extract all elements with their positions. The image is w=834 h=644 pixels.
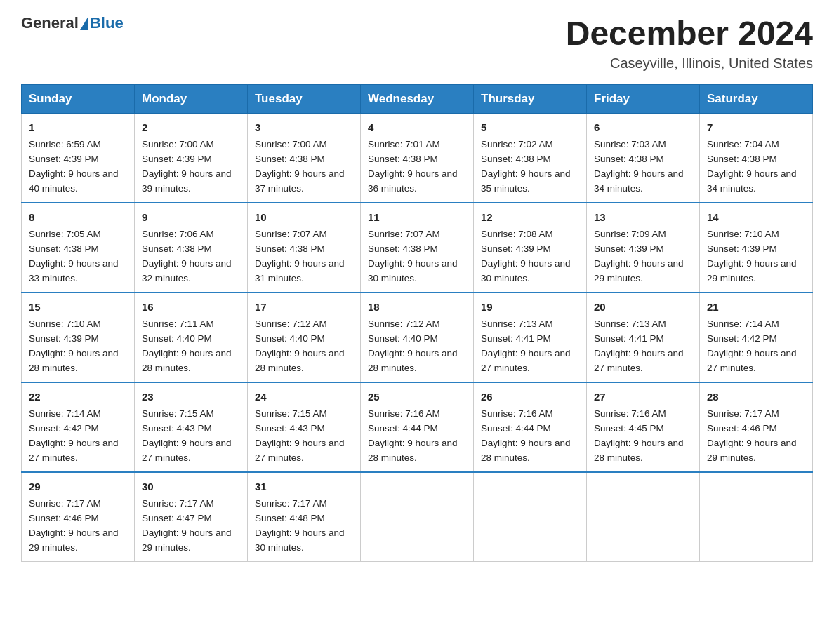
calendar-day-cell: 4 Sunrise: 7:01 AM Sunset: 4:38 PM Dayli… [361, 114, 474, 203]
calendar-day-cell: 20 Sunrise: 7:13 AM Sunset: 4:41 PM Dayl… [587, 293, 700, 382]
sunrise-text: Sunrise: 7:16 AM [368, 408, 440, 419]
calendar-week-row: 29 Sunrise: 7:17 AM Sunset: 4:46 PM Dayl… [22, 472, 813, 561]
day-number: 9 [142, 209, 240, 225]
calendar-day-cell: 31 Sunrise: 7:17 AM Sunset: 4:48 PM Dayl… [248, 472, 361, 561]
sunset-text: Sunset: 4:44 PM [481, 423, 551, 434]
day-number: 11 [368, 209, 466, 225]
daylight-text: Daylight: 9 hours and 29 minutes. [29, 528, 119, 553]
calendar-day-cell [361, 472, 474, 561]
logo: General Blue [21, 14, 124, 32]
calendar-day-cell: 26 Sunrise: 7:16 AM Sunset: 4:44 PM Dayl… [474, 382, 587, 472]
page-header: General Blue December 2024 Caseyville, I… [21, 14, 813, 72]
sunset-text: Sunset: 4:46 PM [707, 423, 777, 434]
sunrise-text: Sunrise: 7:17 AM [255, 498, 327, 509]
day-number: 31 [255, 478, 353, 495]
sunrise-text: Sunrise: 6:59 AM [29, 139, 101, 149]
calendar-day-cell: 30 Sunrise: 7:17 AM Sunset: 4:47 PM Dayl… [135, 472, 248, 561]
calendar-day-cell [700, 472, 813, 561]
sunset-text: Sunset: 4:38 PM [481, 154, 551, 164]
sunset-text: Sunset: 4:40 PM [255, 333, 325, 344]
sunset-text: Sunset: 4:45 PM [594, 423, 664, 434]
calendar-table: SundayMondayTuesdayWednesdayThursdayFrid… [21, 84, 813, 562]
sunset-text: Sunset: 4:44 PM [368, 423, 438, 434]
daylight-text: Daylight: 9 hours and 33 minutes. [29, 258, 119, 283]
sunset-text: Sunset: 4:38 PM [594, 154, 664, 164]
sunset-text: Sunset: 4:39 PM [481, 243, 551, 254]
sunset-text: Sunset: 4:41 PM [594, 333, 664, 344]
day-number: 7 [707, 119, 805, 135]
title-block: December 2024 Caseyville, Illinois, Unit… [566, 14, 813, 72]
sunrise-text: Sunrise: 7:00 AM [142, 139, 214, 149]
sunset-text: Sunset: 4:47 PM [142, 513, 212, 523]
daylight-text: Daylight: 9 hours and 29 minutes. [707, 438, 797, 463]
sunrise-text: Sunrise: 7:13 AM [594, 318, 666, 329]
daylight-text: Daylight: 9 hours and 28 minutes. [594, 438, 684, 463]
sunset-text: Sunset: 4:38 PM [255, 243, 325, 254]
daylight-text: Daylight: 9 hours and 40 minutes. [29, 168, 119, 194]
sunset-text: Sunset: 4:39 PM [707, 243, 777, 254]
location-text: Caseyville, Illinois, United States [566, 55, 813, 72]
sunrise-text: Sunrise: 7:07 AM [255, 229, 327, 239]
daylight-text: Daylight: 9 hours and 29 minutes. [142, 528, 232, 553]
calendar-day-cell: 15 Sunrise: 7:10 AM Sunset: 4:39 PM Dayl… [22, 293, 135, 382]
sunrise-text: Sunrise: 7:08 AM [481, 229, 553, 239]
day-number: 10 [255, 209, 353, 225]
sunset-text: Sunset: 4:38 PM [142, 243, 212, 254]
day-number: 26 [481, 389, 579, 405]
calendar-day-cell: 9 Sunrise: 7:06 AM Sunset: 4:38 PM Dayli… [135, 203, 248, 293]
sunset-text: Sunset: 4:39 PM [594, 243, 664, 254]
daylight-text: Daylight: 9 hours and 28 minutes. [29, 348, 119, 373]
calendar-day-header: Wednesday [361, 85, 474, 114]
daylight-text: Daylight: 9 hours and 36 minutes. [368, 168, 458, 194]
calendar-day-cell: 18 Sunrise: 7:12 AM Sunset: 4:40 PM Dayl… [361, 293, 474, 382]
calendar-day-cell: 23 Sunrise: 7:15 AM Sunset: 4:43 PM Dayl… [135, 382, 248, 472]
sunrise-text: Sunrise: 7:04 AM [707, 139, 779, 149]
daylight-text: Daylight: 9 hours and 29 minutes. [594, 258, 684, 283]
day-number: 14 [707, 209, 805, 225]
sunset-text: Sunset: 4:48 PM [255, 513, 325, 523]
calendar-day-cell: 29 Sunrise: 7:17 AM Sunset: 4:46 PM Dayl… [22, 472, 135, 561]
calendar-day-header: Thursday [474, 85, 587, 114]
calendar-day-cell: 16 Sunrise: 7:11 AM Sunset: 4:40 PM Dayl… [135, 293, 248, 382]
day-number: 28 [707, 389, 805, 405]
sunrise-text: Sunrise: 7:17 AM [142, 498, 214, 509]
sunrise-text: Sunrise: 7:07 AM [368, 229, 440, 239]
sunset-text: Sunset: 4:43 PM [255, 423, 325, 434]
daylight-text: Daylight: 9 hours and 27 minutes. [142, 438, 232, 463]
day-number: 16 [142, 299, 240, 315]
daylight-text: Daylight: 9 hours and 27 minutes. [594, 348, 684, 373]
sunset-text: Sunset: 4:43 PM [142, 423, 212, 434]
sunset-text: Sunset: 4:41 PM [481, 333, 551, 344]
sunrise-text: Sunrise: 7:06 AM [142, 229, 214, 239]
daylight-text: Daylight: 9 hours and 32 minutes. [142, 258, 232, 283]
daylight-text: Daylight: 9 hours and 37 minutes. [255, 168, 345, 194]
day-number: 30 [142, 478, 240, 495]
calendar-day-header: Saturday [700, 85, 813, 114]
sunrise-text: Sunrise: 7:03 AM [594, 139, 666, 149]
sunrise-text: Sunrise: 7:00 AM [255, 139, 327, 149]
sunrise-text: Sunrise: 7:12 AM [255, 318, 327, 329]
daylight-text: Daylight: 9 hours and 30 minutes. [255, 528, 345, 553]
sunset-text: Sunset: 4:40 PM [142, 333, 212, 344]
sunset-text: Sunset: 4:39 PM [142, 154, 212, 164]
sunset-text: Sunset: 4:40 PM [368, 333, 438, 344]
sunrise-text: Sunrise: 7:11 AM [142, 318, 214, 329]
sunset-text: Sunset: 4:38 PM [368, 154, 438, 164]
sunrise-text: Sunrise: 7:13 AM [481, 318, 553, 329]
sunrise-text: Sunrise: 7:09 AM [594, 229, 666, 239]
sunrise-text: Sunrise: 7:16 AM [481, 408, 553, 419]
calendar-day-cell: 5 Sunrise: 7:02 AM Sunset: 4:38 PM Dayli… [474, 114, 587, 203]
sunset-text: Sunset: 4:42 PM [29, 423, 99, 434]
day-number: 20 [594, 299, 692, 315]
daylight-text: Daylight: 9 hours and 27 minutes. [255, 438, 345, 463]
sunrise-text: Sunrise: 7:14 AM [29, 408, 101, 419]
calendar-week-row: 22 Sunrise: 7:14 AM Sunset: 4:42 PM Dayl… [22, 382, 813, 472]
logo-general-text: General [21, 14, 79, 32]
daylight-text: Daylight: 9 hours and 28 minutes. [368, 348, 458, 373]
calendar-week-row: 1 Sunrise: 6:59 AM Sunset: 4:39 PM Dayli… [22, 114, 813, 203]
calendar-day-cell: 13 Sunrise: 7:09 AM Sunset: 4:39 PM Dayl… [587, 203, 700, 293]
sunset-text: Sunset: 4:38 PM [29, 243, 99, 254]
day-number: 18 [368, 299, 466, 315]
daylight-text: Daylight: 9 hours and 34 minutes. [707, 168, 797, 194]
sunset-text: Sunset: 4:39 PM [29, 154, 99, 164]
